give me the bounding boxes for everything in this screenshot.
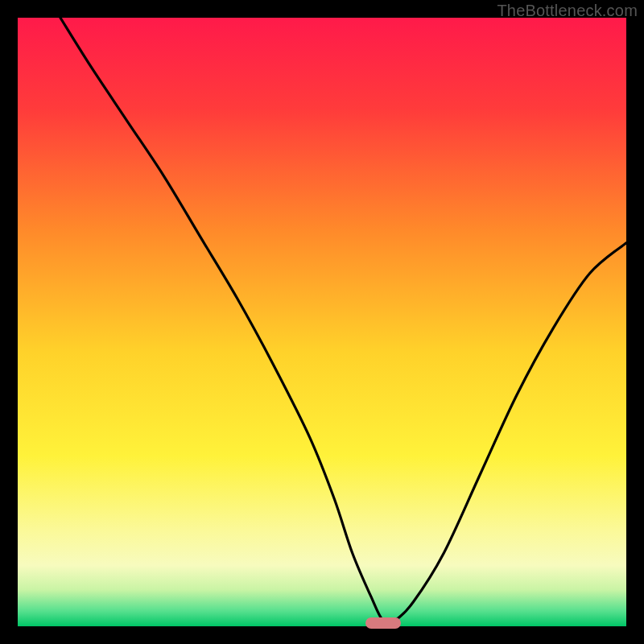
curve-layer xyxy=(18,18,626,626)
plot-area xyxy=(18,18,626,626)
chart-frame: TheBottleneck.com xyxy=(0,0,644,644)
optimum-marker xyxy=(365,617,401,629)
attribution-label: TheBottleneck.com xyxy=(497,2,638,20)
bottleneck-curve xyxy=(60,18,626,623)
